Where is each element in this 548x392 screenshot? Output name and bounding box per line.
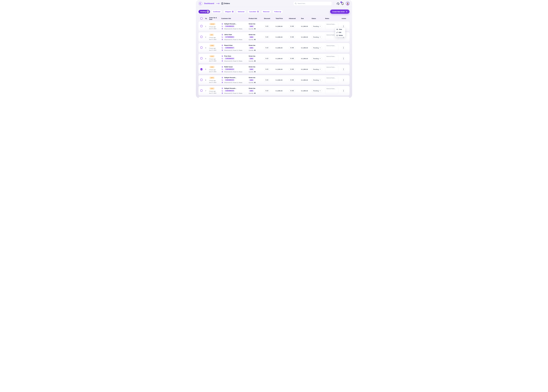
product-cell: Green tea ƀ990 Quantity: 45	[247, 77, 263, 83]
create-new-order-label: Create New Order	[332, 11, 345, 13]
table-row: 3 #345 2 hours ago Jun 27, 2023 Reazul k…	[199, 43, 349, 53]
phone-icon	[221, 90, 223, 92]
product-cell: Green tea ƀ990 Quantity: 45	[247, 44, 263, 51]
row-actions-kebab-button[interactable]	[342, 68, 345, 71]
internal-notes-input[interactable]	[325, 65, 338, 73]
internal-notes-input[interactable]	[325, 87, 338, 94]
due-value: ƀ 2,990.00	[301, 69, 308, 70]
menu-item-delete[interactable]: Delete	[335, 34, 345, 37]
menu-item-view[interactable]: View	[335, 28, 345, 31]
row-checkbox[interactable]	[201, 36, 202, 38]
user-avatar[interactable]	[346, 2, 349, 5]
internal-notes-input[interactable]	[325, 76, 338, 84]
row-checkbox[interactable]	[201, 57, 202, 59]
col-header-order: Order No & Date	[209, 17, 218, 20]
status-dropdown[interactable]: Pending	[312, 46, 322, 49]
tab-cancelled-count: 76	[257, 11, 259, 13]
status-dropdown[interactable]: Pending	[312, 78, 322, 82]
status-dropdown[interactable]: Pending	[312, 89, 322, 92]
hamburger-menu-button[interactable]	[199, 2, 202, 5]
row-actions-kebab-button[interactable]	[342, 57, 345, 60]
customer-phone[interactable]: 01950889337	[224, 47, 235, 49]
create-new-order-button[interactable]: Create New Order	[330, 10, 349, 14]
tab-returned[interactable]: Returned	[261, 10, 271, 14]
tab-delivered[interactable]: Delivered	[236, 10, 246, 14]
customer-cell: Rabbi hasan 01854886330 Dhanmondi 32, Ro…	[221, 66, 247, 73]
product-price-badge: ƀ990	[249, 68, 254, 70]
order-date: Jun 27, 2023	[209, 71, 221, 73]
row-checkbox[interactable]	[201, 79, 202, 81]
row-actions-kebab-button[interactable]	[342, 89, 345, 92]
menu-item-edit[interactable]: Edit	[335, 31, 345, 34]
customer-phone[interactable]: 01758988602	[224, 36, 235, 38]
col-header-customer: Customer Info	[221, 18, 247, 19]
row-checkbox[interactable]	[201, 25, 202, 27]
tab-pending[interactable]: Pending 45	[199, 10, 210, 14]
table-header-row: SL Order No & Date Customer Info Product…	[199, 17, 349, 21]
discount-value: ƀ 23	[264, 57, 270, 60]
support-button[interactable]	[337, 2, 340, 5]
plus-icon	[346, 11, 347, 12]
order-cell: #345 2 hours ago Jun 27, 2023	[209, 44, 221, 51]
row-checkbox[interactable]	[201, 47, 202, 49]
top-bar: Dashboard Orders	[196, 0, 352, 7]
status-label: Pending	[313, 69, 319, 70]
product-name: Green tea	[249, 66, 263, 68]
status-dropdown[interactable]: Pending	[312, 68, 322, 71]
status-dropdown[interactable]: Pending	[312, 25, 322, 28]
customer-phone[interactable]: 01902886330	[224, 57, 235, 60]
breadcrumb-dashboard-link[interactable]: Dashboard	[204, 2, 214, 5]
tab-shipped[interactable]: Shipped 20	[223, 10, 235, 14]
person-icon	[221, 44, 223, 46]
status-dropdown[interactable]: Pending	[312, 57, 322, 60]
customer-address: Dhanmondi 32, Road 12, Dhaka	[224, 82, 242, 83]
tab-confirmed[interactable]: Confirmed	[211, 10, 222, 14]
discount-value: ƀ 23	[264, 25, 270, 28]
discount-value: ƀ 23	[264, 68, 270, 71]
location-pin-icon	[221, 28, 223, 30]
internal-notes-input[interactable]	[325, 55, 338, 62]
row-serial: 3	[204, 47, 209, 49]
phone-icon	[221, 68, 223, 70]
next-row-peek	[199, 97, 349, 98]
customer-phone[interactable]: 01854886330	[224, 25, 235, 28]
col-header-action: Action	[340, 18, 348, 19]
row-serial: 4	[204, 58, 209, 59]
search-input[interactable]	[298, 3, 330, 4]
product-name: Green tea	[249, 34, 263, 35]
internal-notes-input[interactable]	[325, 44, 338, 51]
tab-follow-up[interactable]: Follow Up	[272, 10, 283, 14]
order-number-badge: #231	[209, 87, 215, 90]
notifications-button[interactable]: 2	[341, 2, 344, 5]
order-date: Jun 27, 2023	[209, 28, 221, 30]
headset-icon	[337, 2, 340, 5]
location-pin-icon	[221, 92, 223, 94]
chevron-down-icon	[319, 58, 321, 59]
customer-address: Dhanmondi 32, Road 12, Dhaka	[224, 71, 242, 72]
tab-label: Shipped	[225, 11, 231, 13]
status-label: Pending	[313, 36, 319, 38]
customer-address: Dhanmondi 32, Road 12, Dhaka	[224, 60, 242, 62]
tab-cancelled[interactable]: Cancelled 76	[247, 10, 260, 14]
row-actions-kebab-button[interactable]	[342, 46, 345, 49]
row-actions-kebab-button[interactable]	[342, 78, 345, 82]
select-all-checkbox[interactable]	[201, 17, 202, 20]
app-window: Dashboard Orders	[196, 0, 352, 98]
customer-phone[interactable]: 01854886330	[224, 79, 235, 81]
status-dropdown[interactable]: Pending	[312, 35, 322, 39]
chevron-down-icon	[319, 37, 321, 37]
customer-cell: Safayet Hossain... 01854886330 Dhanmondi…	[221, 23, 247, 30]
row-checkbox[interactable]	[201, 68, 202, 70]
product-price-badge: ƀ990	[249, 57, 254, 60]
col-header-due: Due	[300, 18, 310, 19]
page-title: Orders	[224, 2, 230, 5]
pencil-icon	[336, 32, 338, 33]
row-actions-kebab-button[interactable]	[342, 25, 345, 28]
orders-table: SL Order No & Date Customer Info Product…	[199, 17, 349, 96]
customer-name: Pran khan	[224, 55, 231, 57]
customer-phone[interactable]: 01854886330	[224, 90, 235, 92]
chevron-down-icon	[319, 80, 321, 80]
row-checkbox[interactable]	[201, 90, 202, 92]
total-price-value: ƀ 2,990.00	[276, 26, 282, 27]
customer-phone[interactable]: 01854886330	[224, 68, 235, 70]
